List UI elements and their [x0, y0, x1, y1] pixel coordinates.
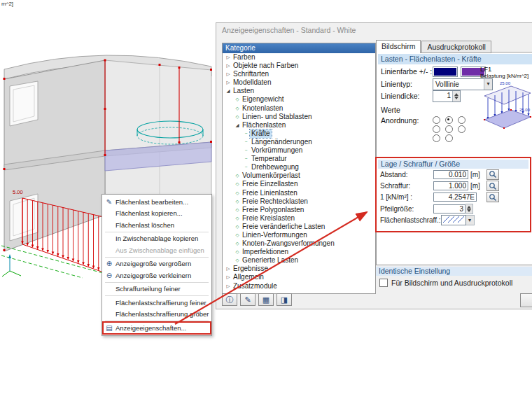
arrangement-radio-1-0[interactable] [433, 125, 440, 133]
pick-length-button[interactable] [486, 192, 499, 202]
tree-item-längenänderungen[interactable]: −Längenänderungen [223, 138, 375, 146]
tree-item-freie-polygonlasten[interactable]: ◇Freie Polygonlasten [223, 206, 375, 214]
menu-item-schraffurteilung-feiner[interactable]: Schraffurteilung feiner [103, 284, 211, 295]
menu-separator [105, 232, 209, 232]
tree-item-label: Drehbewegung [250, 163, 300, 172]
menu-item-label: Aus Zwischenablage einfügen [115, 246, 204, 254]
field-input-abstand[interactable]: 0.010 [433, 170, 468, 179]
tree-collapsed-icon[interactable]: ▷ [225, 62, 232, 70]
menu-item-anzeigegröße-verkleinern[interactable]: ⊖Anzeigegröße verkleinern [103, 270, 211, 281]
tree-item-linien-verformungen[interactable]: ◇Linien-Verformungen [223, 231, 375, 239]
context-menu: ✎Flächenlast bearbeiten...Flächenlast ko… [102, 194, 212, 336]
tree-item-schriftarten[interactable]: ▷Schriftarten [223, 70, 375, 78]
menu-item-in-zwischenablage-kopieren[interactable]: In Zwischenablage kopieren [103, 233, 211, 245]
cut-off-button[interactable] [520, 293, 532, 307]
tree-item-freie-linienlasten[interactable]: ◇Freie Linienlasten [223, 189, 375, 197]
field-input-pfeilgröße[interactable]: 3 [433, 204, 465, 214]
hatch-pattern-select[interactable] [441, 215, 466, 225]
tree-item-label: Farben [232, 53, 257, 62]
tree-collapsed-icon[interactable]: ▷ [225, 78, 232, 87]
tree-collapsed-icon[interactable]: ▷ [225, 273, 232, 281]
tree-item-volumenkörperlast[interactable]: ◇Volumenkörperlast [223, 172, 375, 180]
tree-item-objekte-nach-farben[interactable]: ▷Objekte nach Farben [223, 62, 375, 70]
spinner-buttons[interactable] [452, 91, 460, 102]
tree-item-label: Imperfektionen [241, 248, 290, 256]
menu-item-flächenlast-löschen[interactable]: Flächenlast löschen [103, 219, 211, 231]
tree-item-ergebnisse[interactable]: ▷Ergebnisse [223, 265, 375, 273]
tree-item-flächenlasten[interactable]: ◢Flächenlasten [223, 121, 375, 130]
edit-button[interactable]: ✎ [240, 293, 255, 306]
arrangement-radio-2-0[interactable] [433, 134, 440, 142]
tree-item-freie-veränderliche-lasten[interactable]: ◇Freie veränderliche Lasten [223, 223, 375, 231]
tree-item-drehbewegung[interactable]: −Drehbewegung [223, 163, 375, 172]
tree-item-allgemein[interactable]: ▷Allgemein [223, 273, 375, 281]
line-color-plus-swatch[interactable] [433, 66, 458, 77]
export-button[interactable]: ◨ [276, 293, 292, 306]
unit-label: [m] [470, 182, 484, 190]
tree-item-temperatur[interactable]: −Temperatur [223, 155, 375, 163]
tree-item-label: Temperatur [250, 155, 288, 163]
tree-expanded-icon[interactable]: ◢ [225, 87, 232, 95]
tree-bullet-icon: ◇ [234, 223, 241, 231]
units-button[interactable]: ▦ [258, 293, 274, 306]
menu-item-anzeigeeigenschaften[interactable]: ▤Anzeigeeigenschaften... [103, 322, 211, 334]
line-width-input[interactable]: 1 [433, 90, 461, 102]
arrangement-radio-2-1[interactable] [445, 134, 453, 142]
arrangement-radio-0-1[interactable] [445, 116, 453, 124]
tree-bullet-icon: ◇ [234, 189, 241, 197]
menu-item-flächenlastschraffierung-feiner[interactable]: Flächenlastschraffierung feiner [103, 297, 211, 309]
preview-value-right: 25.00 [519, 108, 531, 112]
arrangement-radio-1-1[interactable] [445, 125, 453, 133]
tree-item-label: Eigengewicht [241, 95, 285, 104]
arrangement-radio-0-2[interactable] [458, 116, 465, 124]
tree-item-label: Flächenlasten [241, 121, 287, 130]
menu-item-label: Flächenlast löschen [115, 221, 174, 229]
spinner-buttons[interactable] [465, 204, 473, 214]
tree-item-zusatzmodule[interactable]: ▷Zusatzmodule [223, 282, 375, 290]
pick-length-button[interactable] [486, 169, 499, 180]
tree-collapsed-icon[interactable]: ▷ [225, 53, 232, 62]
tree-item-linien-und-stablasten[interactable]: ◇Linien- und Stablasten [223, 113, 375, 121]
pick-length-button[interactable] [486, 181, 499, 191]
settings-panel: Lasten - Flächenlasten - Kräfte Linienfa… [376, 52, 532, 265]
tree-item-label: Generierte Lasten [241, 256, 300, 265]
tree-item-label: Objekte nach Farben [232, 62, 300, 70]
tree-item-freie-einzellasten[interactable]: ◇Freie Einzellasten [223, 180, 375, 188]
preview-loadcase-label: LF1 [480, 65, 532, 73]
identical-settings-checkbox[interactable] [379, 279, 388, 287]
tree-item-eigengewicht[interactable]: ◇Eigengewicht [223, 95, 375, 104]
tree-collapsed-icon[interactable]: ▷ [225, 265, 232, 273]
tab-ausdruckprotokoll[interactable]: Ausdruckprotokoll [421, 41, 491, 53]
chevron-down-icon[interactable]: ▾ [466, 215, 475, 225]
tree-item-modelldaten[interactable]: ▷Modelldaten [223, 78, 375, 87]
tree-item-knoten-zwangsverformungen[interactable]: ◇Knoten-Zwangsverformungen [223, 239, 375, 248]
field-input-schraffur[interactable]: 1.000 [433, 181, 468, 190]
tree-item-label: Freie Einzellasten [241, 180, 299, 188]
arrangement-radio-1-2[interactable] [458, 125, 465, 133]
tree-item-freie-kreislasten[interactable]: ◇Freie Kreislasten [223, 214, 375, 223]
tree-item-kräfte[interactable]: −Kräfte [223, 130, 375, 138]
tree-item-lasten[interactable]: ◢Lasten [223, 87, 375, 95]
tree-collapsed-icon[interactable]: ▷ [225, 282, 232, 290]
field-input-1-kn-m[interactable]: 4.2547E [433, 192, 477, 202]
info-button[interactable]: ⓘ [222, 293, 237, 306]
tab-bar: Bildschirm Ausdruckprotokoll [376, 40, 492, 53]
arrangement-label: Anordnung: [381, 116, 419, 125]
tree-collapsed-icon[interactable]: ▷ [225, 70, 232, 78]
menu-item-flächenlastschraffierung-gröber[interactable]: Flächenlastschraffierung gröber [103, 309, 211, 321]
tree-expanded-icon[interactable]: ◢ [234, 121, 241, 130]
tree-item-knotenlasten[interactable]: ◇Knotenlasten [223, 104, 375, 113]
tree-item-imperfektionen[interactable]: ◇Imperfektionen [223, 248, 375, 256]
menu-item-anzeigegröße-vergrößern[interactable]: ⊕Anzeigegröße vergrößern [103, 258, 211, 270]
tree-item-vorkrümmungen[interactable]: −Vorkrümmungen [223, 146, 375, 155]
menu-item-label: In Zwischenablage kopieren [115, 234, 198, 242]
tree-item-freie-rechtecklasten[interactable]: ◇Freie Rechtecklasten [223, 197, 375, 206]
tree-item-farben[interactable]: ▷Farben [223, 53, 375, 62]
menu-item-flächenlast-kopieren[interactable]: Flächenlast kopieren... [103, 208, 211, 220]
load-value-label: 5.00 [13, 189, 23, 195]
arrangement-radio-0-0[interactable] [433, 116, 440, 124]
tab-bildschirm[interactable]: Bildschirm [376, 40, 421, 53]
tree-item-generierte-lasten[interactable]: ◇Generierte Lasten [223, 256, 375, 265]
line-width-value: 1 [433, 91, 452, 102]
menu-item-flächenlast-bearbeiten[interactable]: ✎Flächenlast bearbeiten... [103, 196, 211, 208]
